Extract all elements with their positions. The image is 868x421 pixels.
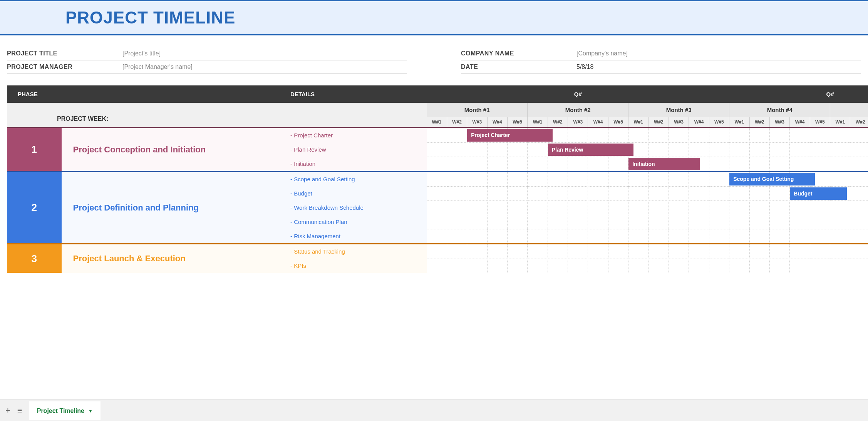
gantt-cell[interactable] [427,157,447,172]
gantt-bar[interactable]: Initiation [628,158,700,170]
gantt-cell[interactable] [487,157,507,172]
gantt-cell[interactable] [709,200,729,215]
gantt-cell[interactable] [689,229,709,244]
gantt-cell[interactable] [608,186,628,200]
gantt-cell[interactable] [810,229,830,244]
gantt-cell[interactable] [608,200,628,215]
gantt-cell[interactable] [830,172,850,187]
gantt-cell[interactable] [447,259,467,273]
gantt-cell[interactable] [608,229,628,244]
gantt-cell[interactable] [850,172,868,187]
gantt-cell[interactable] [467,244,487,259]
gantt-cell[interactable] [588,244,608,259]
gantt-cell[interactable] [850,142,868,157]
gantt-cell[interactable] [568,128,588,143]
gantt-cell[interactable] [790,215,810,229]
gantt-cell[interactable] [608,172,628,187]
gantt-cell[interactable] [749,259,769,273]
gantt-cell[interactable] [608,128,628,143]
gantt-cell[interactable] [689,215,709,229]
info-value[interactable]: [Company's name] [576,50,628,57]
gantt-cell[interactable] [790,259,810,273]
gantt-cell[interactable] [447,142,467,157]
gantt-cell[interactable] [507,259,527,273]
gantt-cell[interactable] [467,172,487,187]
gantt-cell[interactable] [749,215,769,229]
gantt-cell[interactable] [769,128,789,143]
gantt-cell[interactable] [769,215,789,229]
gantt-cell[interactable] [487,172,507,187]
gantt-cell[interactable] [830,244,850,259]
gantt-cell[interactable] [548,244,568,259]
gantt-cell[interactable] [850,244,868,259]
gantt-bar[interactable]: Plan Review [548,144,633,156]
gantt-cell[interactable] [729,215,749,229]
gantt-cell[interactable] [749,157,769,172]
gantt-cell[interactable] [729,200,749,215]
gantt-cell[interactable] [467,186,487,200]
gantt-cell[interactable] [790,229,810,244]
gantt-cell[interactable]: Project Charter [467,128,487,143]
gantt-cell[interactable] [568,200,588,215]
gantt-cell[interactable] [749,229,769,244]
gantt-cell[interactable] [568,172,588,187]
gantt-cell[interactable]: Plan Review [548,142,568,157]
gantt-cell[interactable] [507,244,527,259]
info-value[interactable]: [Project Manager's name] [122,63,193,70]
gantt-cell[interactable] [669,200,689,215]
gantt-cell[interactable] [769,157,789,172]
gantt-cell[interactable] [850,200,868,215]
gantt-cell[interactable] [507,186,527,200]
gantt-cell[interactable] [568,259,588,273]
gantt-cell[interactable] [467,200,487,215]
gantt-cell[interactable] [528,142,548,157]
gantt-cell[interactable] [648,128,669,143]
gantt-cell[interactable] [709,157,729,172]
gantt-cell[interactable] [648,215,669,229]
gantt-cell[interactable] [628,172,648,187]
info-value[interactable]: 5/8/18 [576,63,593,70]
gantt-cell[interactable] [729,259,749,273]
gantt-cell[interactable] [427,128,447,143]
gantt-cell[interactable] [447,244,467,259]
gantt-cell[interactable]: Scope and Goal Setting [729,172,749,187]
gantt-cell[interactable] [427,244,447,259]
gantt-cell[interactable] [729,128,749,143]
gantt-cell[interactable] [810,215,830,229]
gantt-cell[interactable] [487,215,507,229]
gantt-cell[interactable] [487,142,507,157]
gantt-cell[interactable] [709,172,729,187]
gantt-cell[interactable] [588,200,608,215]
gantt-cell[interactable] [689,244,709,259]
gantt-cell[interactable] [528,186,548,200]
gantt-cell[interactable] [648,229,669,244]
gantt-cell[interactable] [548,200,568,215]
gantt-cell[interactable] [648,259,669,273]
gantt-cell[interactable] [427,142,447,157]
gantt-cell[interactable] [709,215,729,229]
gantt-cell[interactable] [830,259,850,273]
gantt-cell[interactable] [608,157,628,172]
gantt-cell[interactable] [729,229,749,244]
gantt-cell[interactable] [427,259,447,273]
gantt-cell[interactable] [830,229,850,244]
gantt-cell[interactable] [487,200,507,215]
gantt-cell[interactable] [427,172,447,187]
gantt-cell[interactable] [507,215,527,229]
gantt-cell[interactable] [810,200,830,215]
gantt-cell[interactable] [528,157,548,172]
gantt-cell[interactable] [447,186,467,200]
gantt-cell[interactable] [487,259,507,273]
gantt-cell[interactable] [648,172,669,187]
gantt-cell[interactable] [427,215,447,229]
gantt-cell[interactable] [628,259,648,273]
gantt-cell[interactable] [507,200,527,215]
gantt-cell[interactable] [669,172,689,187]
gantt-cell[interactable] [588,157,608,172]
gantt-cell[interactable] [749,244,769,259]
gantt-cell[interactable] [528,200,548,215]
gantt-cell[interactable] [669,142,689,157]
gantt-cell[interactable] [830,215,850,229]
gantt-cell[interactable] [487,229,507,244]
gantt-cell[interactable] [568,157,588,172]
